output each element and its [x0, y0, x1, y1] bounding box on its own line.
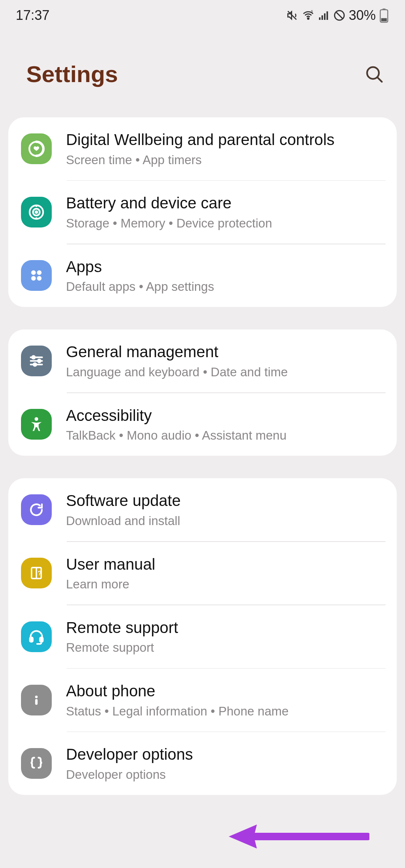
item-title: General management [66, 342, 387, 362]
item-battery-device-care[interactable]: Battery and device care Storage • Memory… [8, 181, 397, 244]
settings-group: Digital Wellbeing and parental controls … [8, 117, 397, 307]
status-bar: 17:37 6 30% [0, 0, 405, 27]
signal-icon [318, 9, 330, 21]
item-subtitle: TalkBack • Mono audio • Assistant menu [66, 428, 387, 443]
wellbeing-icon [21, 133, 52, 164]
info-icon [21, 685, 52, 715]
svg-point-18 [37, 276, 42, 281]
item-text: Remote support Remote support [66, 618, 387, 655]
svg-rect-2 [319, 17, 321, 20]
svg-point-16 [37, 271, 42, 275]
item-text: Battery and device care Storage • Memory… [66, 193, 387, 231]
svg-point-19 [32, 356, 35, 359]
svg-point-30 [35, 696, 38, 698]
item-subtitle: Status • Legal information • Phone name [66, 703, 387, 719]
status-icons: 6 30% [286, 7, 389, 23]
item-general-management[interactable]: General management Language and keyboard… [8, 329, 397, 392]
svg-point-17 [31, 276, 36, 281]
svg-point-15 [31, 271, 36, 275]
item-title: Developer options [66, 745, 387, 765]
svg-rect-8 [382, 9, 386, 10]
battery-percent: 30% [349, 7, 376, 23]
annotation-arrow [227, 822, 369, 852]
item-text: User manual Learn more [66, 555, 387, 592]
status-time: 17:37 [16, 7, 50, 23]
item-accessibility[interactable]: Accessibility TalkBack • Mono audio • As… [8, 393, 397, 456]
page-title: Settings [26, 61, 118, 87]
svg-point-20 [38, 359, 41, 362]
settings-group: General management Language and keyboard… [8, 329, 397, 456]
svg-point-21 [33, 363, 36, 366]
svg-point-22 [34, 418, 38, 421]
search-icon [364, 64, 384, 84]
item-subtitle: Language and keyboard • Date and time [66, 364, 387, 380]
svg-point-0 [308, 18, 309, 19]
item-title: About phone [66, 681, 387, 701]
item-software-update[interactable]: Software update Download and install [8, 478, 397, 541]
vibrate-mute-icon [286, 9, 298, 22]
item-about-phone[interactable]: About phone Status • Legal information •… [8, 669, 397, 732]
item-title: Remote support [66, 618, 387, 638]
manual-icon: ? [21, 558, 52, 588]
wifi-icon: 6 [302, 9, 315, 22]
svg-point-14 [36, 211, 38, 213]
svg-rect-5 [327, 11, 328, 20]
item-subtitle: Storage • Memory • Device protection [66, 216, 387, 231]
item-title: Accessibility [66, 406, 387, 426]
svg-rect-3 [321, 15, 323, 20]
sliders-icon [21, 346, 52, 376]
svg-text:?: ? [38, 570, 42, 576]
item-subtitle: Download and install [66, 513, 387, 528]
item-title: Battery and device care [66, 193, 387, 213]
dnd-icon [333, 9, 346, 22]
item-developer-options[interactable]: Developer options Developer options [8, 732, 397, 795]
item-remote-support[interactable]: Remote support Remote support [8, 605, 397, 668]
battery-icon [379, 8, 389, 23]
item-subtitle: Screen time • App timers [66, 152, 387, 168]
item-text: About phone Status • Legal information •… [66, 681, 387, 719]
update-icon [21, 494, 52, 525]
header: Settings [0, 27, 405, 117]
item-apps[interactable]: Apps Default apps • App settings [8, 244, 397, 307]
svg-rect-25 [30, 638, 33, 642]
apps-icon [21, 260, 52, 291]
item-title: Digital Wellbeing and parental controls [66, 130, 387, 150]
item-subtitle: Developer options [66, 767, 387, 782]
item-text: Software update Download and install [66, 491, 387, 528]
item-text: Developer options Developer options [66, 745, 387, 782]
item-subtitle: Default apps • App settings [66, 279, 387, 294]
headset-icon [21, 621, 52, 652]
item-text: General management Language and keyboard… [66, 342, 387, 380]
item-digital-wellbeing[interactable]: Digital Wellbeing and parental controls … [8, 117, 397, 180]
braces-icon [21, 748, 52, 779]
item-title: Apps [66, 257, 387, 277]
item-title: User manual [66, 555, 387, 575]
svg-rect-31 [35, 699, 38, 705]
item-text: Apps Default apps • App settings [66, 257, 387, 295]
settings-group: Software update Download and install ? U… [8, 478, 397, 795]
item-text: Accessibility TalkBack • Mono audio • As… [66, 406, 387, 443]
item-text: Digital Wellbeing and parental controls … [66, 130, 387, 168]
battery-care-icon [21, 197, 52, 227]
search-button[interactable] [364, 64, 384, 84]
accessibility-icon [21, 409, 52, 440]
item-title: Software update [66, 491, 387, 511]
svg-rect-4 [324, 13, 326, 20]
item-subtitle: Remote support [66, 640, 387, 655]
item-user-manual[interactable]: ? User manual Learn more [8, 542, 397, 605]
item-subtitle: Learn more [66, 576, 387, 592]
svg-text:6: 6 [311, 9, 313, 13]
svg-rect-9 [381, 18, 387, 21]
